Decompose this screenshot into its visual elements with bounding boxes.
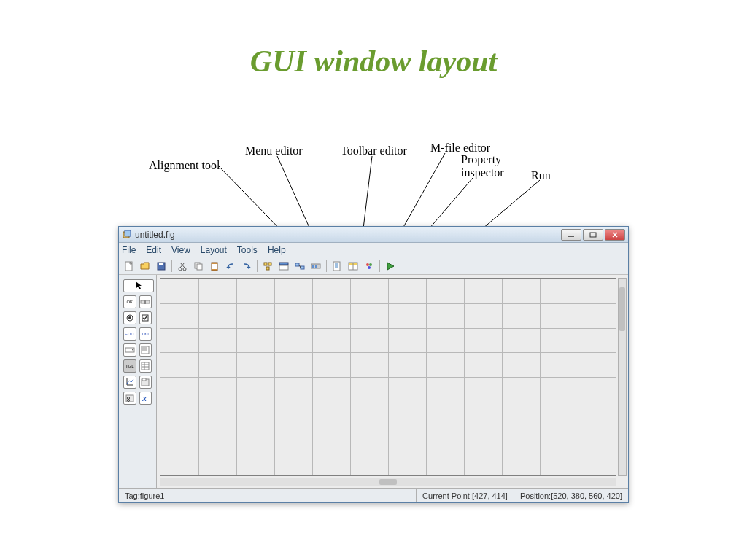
toolbar-separator <box>171 260 172 272</box>
svg-rect-20 <box>197 264 202 270</box>
copy-icon[interactable] <box>191 260 206 273</box>
menu-help[interactable]: Help <box>268 245 286 255</box>
select-tool[interactable] <box>123 279 154 292</box>
redo-icon[interactable] <box>239 260 254 273</box>
svg-rect-7 <box>125 230 131 236</box>
slider-icon[interactable] <box>139 295 152 308</box>
push-button-icon[interactable]: OK <box>123 295 136 308</box>
menu-view[interactable]: View <box>171 245 190 255</box>
radio-button-icon[interactable] <box>123 311 136 324</box>
titlebar: untitled.fig <box>119 227 628 243</box>
svg-rect-33 <box>333 262 340 271</box>
statusbar: Tag: figure1 Current Point: [427, 414] P… <box>119 488 628 502</box>
edit-text-icon[interactable]: EDIT <box>123 327 136 341</box>
workspace: OK EDIT TXT TGL <box>119 275 628 488</box>
svg-point-40 <box>366 263 369 266</box>
svg-rect-28 <box>295 263 299 266</box>
listbox-icon[interactable] <box>139 343 152 357</box>
cut-icon[interactable] <box>175 260 190 273</box>
pos-value: [520, 380, 560, 420] <box>551 491 622 500</box>
menu-layout[interactable]: Layout <box>201 245 227 255</box>
static-text-icon[interactable]: TXT <box>139 327 152 341</box>
menu-tools[interactable]: Tools <box>237 245 258 255</box>
svg-rect-24 <box>268 262 271 265</box>
svg-rect-32 <box>315 265 317 268</box>
svg-text:X: X <box>142 395 147 402</box>
svg-rect-25 <box>266 267 269 270</box>
axes-icon[interactable] <box>123 376 136 389</box>
minimize-button[interactable] <box>561 229 581 241</box>
tag-value: figure1 <box>140 491 165 500</box>
object-browser-icon[interactable] <box>362 260 376 273</box>
toggle-button-icon[interactable]: TGL <box>123 359 136 373</box>
status-tag: Tag: figure1 <box>119 489 417 502</box>
toolbar-separator <box>257 260 258 272</box>
svg-point-17 <box>179 268 182 271</box>
svg-point-41 <box>369 263 372 266</box>
menu-edit[interactable]: Edit <box>146 245 161 255</box>
save-icon[interactable] <box>154 260 169 273</box>
pos-label: Position: <box>520 491 551 500</box>
svg-rect-53 <box>142 362 149 370</box>
svg-point-63 <box>127 400 129 402</box>
svg-rect-31 <box>312 265 314 268</box>
menubar: File Edit View Layout Tools Help <box>119 243 628 257</box>
open-icon[interactable] <box>138 260 152 273</box>
scrollbar-thumb[interactable] <box>379 479 397 485</box>
toolbar-separator <box>379 260 380 272</box>
point-label: Current Point: <box>422 491 472 500</box>
align-icon[interactable] <box>260 260 275 273</box>
svg-rect-27 <box>279 265 288 270</box>
canvas-area[interactable] <box>157 275 628 488</box>
undo-icon[interactable] <box>223 260 238 273</box>
svg-rect-14 <box>159 262 163 265</box>
toolbar-separator <box>326 260 327 272</box>
checkbox-icon[interactable] <box>139 311 152 324</box>
svg-point-18 <box>183 268 186 271</box>
status-position: Position: [520, 380, 560, 420] <box>514 489 628 502</box>
svg-point-46 <box>128 316 131 319</box>
tag-label: Tag: <box>125 491 140 500</box>
status-current-point: Current Point: [427, 414] <box>417 489 514 502</box>
run-icon[interactable] <box>383 260 398 273</box>
toolbar-editor-icon[interactable] <box>309 260 323 273</box>
toolbar <box>119 257 628 275</box>
point-value: [427, 414] <box>472 491 508 500</box>
menu-file[interactable]: File <box>122 245 136 255</box>
paste-icon[interactable] <box>207 260 222 273</box>
svg-rect-29 <box>301 266 304 269</box>
button-group-icon[interactable] <box>123 392 136 405</box>
panel-icon[interactable] <box>139 376 152 389</box>
svg-point-42 <box>368 266 371 269</box>
svg-rect-9 <box>590 233 596 237</box>
scrollbar-thumb[interactable] <box>619 287 625 331</box>
vertical-scrollbar[interactable] <box>618 278 627 476</box>
svg-rect-22 <box>212 264 217 269</box>
property-inspector-icon[interactable] <box>346 260 360 273</box>
svg-rect-23 <box>264 262 267 265</box>
menu-editor-icon[interactable] <box>276 260 291 273</box>
maximize-button[interactable] <box>583 229 603 241</box>
component-palette: OK EDIT TXT TGL <box>119 275 157 488</box>
horizontal-scrollbar[interactable] <box>160 478 616 486</box>
new-icon[interactable] <box>122 260 136 273</box>
svg-rect-60 <box>142 378 146 381</box>
mfile-editor-icon[interactable] <box>330 260 344 273</box>
table-icon[interactable] <box>139 359 152 373</box>
titlebar-text: untitled.fig <box>135 230 561 240</box>
close-button[interactable] <box>605 229 625 241</box>
activex-icon[interactable]: X <box>139 392 152 405</box>
popup-menu-icon[interactable] <box>123 343 136 357</box>
svg-rect-26 <box>279 262 288 265</box>
application-window: untitled.fig File Edit View Layout Tools… <box>118 226 629 503</box>
design-grid[interactable] <box>160 278 616 476</box>
tab-order-icon[interactable] <box>293 260 307 273</box>
app-icon <box>122 230 132 240</box>
svg-rect-44 <box>144 300 146 304</box>
